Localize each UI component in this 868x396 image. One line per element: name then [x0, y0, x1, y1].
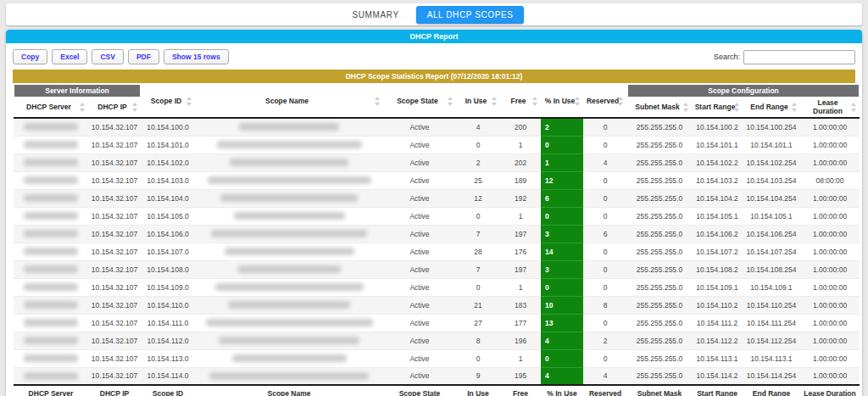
foot-scope-id: Scope ID	[141, 385, 195, 396]
tab-all-dhcp-scopes[interactable]: ALL DHCP SCOPES	[416, 6, 525, 24]
col-header-start-range[interactable]: Start Range	[692, 97, 743, 118]
csv-button[interactable]: CSV	[92, 49, 123, 64]
redacted-dhcp-server	[24, 265, 78, 273]
sort-icon[interactable]	[80, 103, 86, 112]
cell-reserved: 0	[583, 349, 627, 367]
col-header-scope-state[interactable]: Scope State	[383, 84, 456, 118]
dhcp-scope-table: Server Information Scope ID Scope Name S…	[13, 83, 860, 396]
sort-icon[interactable]	[375, 97, 381, 106]
cell-scope-id: 10.154.114.0	[141, 367, 195, 385]
search-input[interactable]	[743, 50, 855, 64]
cell-scope-state: Active	[383, 367, 456, 385]
redacted-dhcp-server	[24, 159, 78, 166]
cell-scope-state: Active	[383, 189, 456, 207]
cell-subnet-mask: 255.255.255.0	[627, 136, 692, 153]
redacted-dhcp-server	[24, 372, 78, 380]
cell-subnet-mask: 255.255.255.0	[627, 171, 692, 189]
cell-lease-duration: 1.00:00:00	[800, 153, 860, 171]
cell-start-range: 10.154.100.2	[692, 118, 743, 136]
cell-free: 192	[500, 189, 541, 207]
cell-in-use: 28	[456, 243, 500, 260]
cell-in-use: 27	[456, 314, 500, 332]
cell-free: 1	[500, 349, 541, 367]
col-header-subnet-mask[interactable]: Subnet Mask	[627, 97, 692, 118]
cell-free: 200	[500, 118, 541, 136]
foot-reserved: Reserved	[583, 385, 627, 396]
cell-scope-state: Active	[383, 332, 456, 349]
cell-pct-in-use: 3	[541, 260, 583, 278]
sort-icon[interactable]	[792, 103, 798, 112]
sort-icon[interactable]	[575, 97, 581, 106]
cell-end-range: 10.154.100.254	[743, 118, 800, 136]
cell-reserved: 0	[583, 171, 627, 189]
cell-scope-id: 10.154.106.0	[141, 225, 195, 243]
cell-dhcp-ip: 10.154.32.107	[88, 349, 141, 367]
sort-icon[interactable]	[734, 103, 741, 112]
cell-free: 1	[500, 136, 541, 153]
cell-lease-duration: 1.00:00:00	[800, 118, 860, 136]
sort-icon[interactable]	[186, 97, 193, 106]
sort-icon[interactable]	[492, 97, 498, 106]
sort-icon[interactable]	[448, 97, 454, 106]
col-header-end-range[interactable]: End Range	[743, 97, 800, 118]
cell-dhcp-server	[14, 171, 88, 189]
redacted-scope-name	[208, 176, 371, 184]
sort-icon[interactable]	[683, 103, 690, 112]
show-rows-button[interactable]: Show 15 rows	[164, 49, 229, 64]
cell-lease-duration: 1.00:00:00	[800, 260, 860, 278]
cell-dhcp-server	[14, 207, 88, 225]
cell-end-range: 10.154.113.1	[743, 349, 800, 367]
col-header-dhcp-ip[interactable]: DHCP IP	[88, 97, 141, 118]
cell-end-range: 10.154.111.254	[743, 314, 800, 332]
col-header-scope-id[interactable]: Scope ID	[141, 84, 195, 118]
cell-lease-duration: 1.00:00:00	[800, 207, 860, 225]
cell-scope-state: Active	[383, 153, 456, 171]
group-header-scope-configuration: Scope Configuration	[627, 84, 860, 97]
cell-in-use: 4	[456, 118, 500, 136]
redacted-scope-name	[225, 248, 354, 255]
cell-dhcp-ip: 10.154.32.107	[88, 153, 141, 171]
col-header-lease-duration[interactable]: Lease Duration	[800, 97, 860, 118]
cell-subnet-mask: 255.255.255.0	[627, 367, 692, 385]
tab-summary[interactable]: SUMMARY	[344, 7, 408, 23]
cell-scope-name	[195, 118, 383, 136]
sort-icon[interactable]	[532, 97, 539, 106]
redacted-dhcp-server	[24, 141, 78, 148]
sort-icon[interactable]	[851, 103, 858, 112]
cell-subnet-mask: 255.255.255.0	[627, 225, 692, 243]
table-row: 10.154.32.10710.154.111.0Active271771302…	[14, 314, 860, 332]
table-row: 10.154.32.10710.154.110.0Active211831082…	[14, 296, 860, 314]
cell-dhcp-ip: 10.154.32.107	[88, 243, 141, 260]
cell-scope-id: 10.154.105.0	[141, 207, 195, 225]
cell-end-range: 10.154.101.1	[743, 136, 800, 153]
col-header-pct-in-use[interactable]: % In Use	[541, 84, 583, 118]
cell-end-range: 10.154.102.254	[743, 153, 800, 171]
cell-end-range: 10.154.112.254	[743, 332, 800, 349]
col-header-scope-name[interactable]: Scope Name	[195, 84, 383, 118]
cell-scope-name	[195, 260, 383, 278]
foot-dhcp-ip: DHCP IP	[88, 385, 141, 396]
sort-icon[interactable]	[132, 103, 139, 112]
cell-lease-duration: 1.00:00:00	[800, 225, 860, 243]
col-header-reserved[interactable]: Reserved	[583, 84, 627, 118]
group-header-server-information: Server Information	[14, 84, 141, 97]
cell-start-range: 10.154.102.2	[692, 153, 743, 171]
col-header-in-use[interactable]: In Use	[456, 84, 500, 118]
cell-lease-duration: 1.00:00:00	[800, 367, 860, 385]
cell-dhcp-ip: 10.154.32.107	[88, 171, 141, 189]
col-header-free[interactable]: Free	[500, 84, 541, 118]
cell-end-range: 10.154.114.254	[743, 367, 800, 385]
sort-icon[interactable]	[618, 97, 625, 106]
copy-button[interactable]: Copy	[13, 49, 47, 64]
col-header-dhcp-server[interactable]: DHCP Server	[14, 97, 88, 118]
redacted-dhcp-server	[24, 194, 78, 202]
table-body: 10.154.32.10710.154.100.0Active420020255…	[14, 118, 860, 385]
cell-start-range: 10.154.109.1	[692, 278, 743, 296]
cell-dhcp-server	[14, 349, 88, 367]
pdf-button[interactable]: PDF	[128, 49, 159, 64]
cell-reserved: 4	[583, 367, 627, 385]
excel-button[interactable]: Excel	[52, 49, 87, 64]
cell-reserved: 0	[583, 260, 627, 278]
cell-scope-state: Active	[383, 136, 456, 153]
report-banner: DHCP Scope Statistics Report (07/12/2020…	[13, 70, 855, 83]
